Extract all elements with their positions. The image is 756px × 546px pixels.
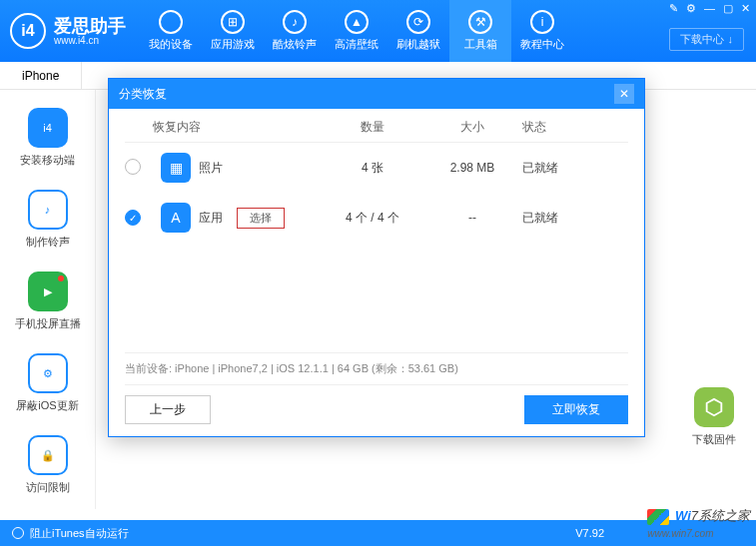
cube-icon — [694, 387, 734, 427]
sidebar-item-download-firmware[interactable]: 下载固件 — [684, 387, 744, 447]
feedback-icon[interactable]: ✎ — [669, 2, 678, 15]
col-status: 状态 — [512, 119, 628, 136]
nav-label: 工具箱 — [464, 37, 497, 52]
nav-icon: ♪ — [283, 10, 307, 34]
nav-item-4[interactable]: ⟳刷机越狱 — [387, 0, 449, 62]
nav-label: 刷机越狱 — [396, 37, 440, 52]
nav-item-0[interactable]: 我的设备 — [140, 0, 202, 62]
sidebar-icon: 🔒 — [28, 435, 68, 475]
nav-icon: ⊞ — [221, 10, 245, 34]
logo-icon: i4 — [10, 13, 46, 49]
close-icon[interactable]: ✕ — [741, 2, 750, 15]
nav-icon: ⟳ — [406, 10, 430, 34]
modal-header: 分类恢复 ✕ — [109, 79, 644, 109]
modal-footer: 当前设备: iPhone | iPhone7,2 | iOS 12.1.1 | … — [109, 352, 644, 424]
nav-item-1[interactable]: ⊞应用游戏 — [202, 0, 264, 62]
col-qty: 数量 — [313, 119, 432, 136]
sidebar-item-3[interactable]: ⚙屏蔽iOS更新 — [16, 353, 78, 413]
tab-iphone[interactable]: iPhone — [0, 62, 82, 89]
sidebar-item-1[interactable]: ♪制作铃声 — [26, 190, 70, 250]
nav-label: 我的设备 — [149, 37, 193, 52]
maximize-icon[interactable]: ▢ — [723, 2, 733, 15]
row-qty: 4 张 — [313, 160, 432, 177]
watermark-b: 7系统之家 — [691, 508, 750, 523]
sidebar-icon: ♪ — [28, 190, 68, 230]
sidebar-item-2[interactable]: ▶手机投屏直播 — [15, 272, 81, 331]
window-controls: ✎ ⚙ — ▢ ✕ — [669, 2, 750, 15]
table-row: ✓A应用选择4 个 / 4 个--已就绪 — [125, 193, 628, 243]
download-center-button[interactable]: 下载中心 ↓ — [669, 28, 744, 51]
nav-label: 酷炫铃声 — [273, 37, 317, 52]
modal-body: 恢复内容 数量 大小 状态 ▦照片4 张2.98 MB已就绪✓A应用选择4 个 … — [109, 109, 644, 243]
label: 下载固件 — [684, 432, 744, 447]
settings-icon[interactable]: ⚙ — [686, 2, 696, 15]
nav-label: 应用游戏 — [211, 37, 255, 52]
col-content: 恢复内容 — [153, 119, 313, 136]
row-icon: ▦ — [161, 153, 191, 183]
restore-button[interactable]: 立即恢复 — [524, 395, 628, 424]
nav-item-5[interactable]: ⚒工具箱 — [449, 0, 511, 62]
watermark-a: Wi — [675, 508, 691, 523]
nav-item-6[interactable]: i教程中心 — [511, 0, 573, 62]
watermark-sub: www.win7.com — [647, 528, 713, 539]
device-info: 当前设备: iPhone | iPhone7,2 | iOS 12.1.1 | … — [125, 352, 628, 385]
sidebar-label: 安装移动端 — [20, 153, 75, 168]
row-size: -- — [432, 211, 512, 225]
nav-label: 高清壁纸 — [335, 37, 378, 52]
logo-subtitle: www.i4.cn — [54, 35, 126, 46]
version-label: V7.92 — [575, 527, 604, 539]
row-name: 照片 — [199, 160, 223, 177]
sidebar-label: 屏蔽iOS更新 — [16, 398, 78, 413]
sidebar-label: 访问限制 — [26, 480, 70, 495]
sidebar-icon: i4 — [28, 108, 68, 148]
status-text: 阻止iTunes自动运行 — [30, 526, 129, 541]
table-row: ▦照片4 张2.98 MB已就绪 — [125, 143, 628, 193]
left-sidebar: i4安装移动端♪制作铃声▶手机投屏直播⚙屏蔽iOS更新🔒访问限制 — [0, 90, 96, 509]
select-button[interactable]: 选择 — [237, 208, 285, 229]
nav-icon: i — [530, 10, 554, 34]
block-itunes-radio[interactable] — [12, 527, 24, 539]
row-icon: A — [161, 203, 191, 233]
col-size: 大小 — [432, 119, 512, 136]
sidebar-item-0[interactable]: i4安装移动端 — [20, 108, 75, 168]
modal-title: 分类恢复 — [119, 86, 167, 103]
row-name: 应用 — [199, 210, 223, 227]
title-bar: i4 爱思助手 www.i4.cn 我的设备⊞应用游戏♪酷炫铃声▲高清壁纸⟳刷机… — [0, 0, 756, 62]
row-status: 已就绪 — [512, 210, 628, 227]
nav-item-3[interactable]: ▲高清壁纸 — [326, 0, 387, 62]
row-size: 2.98 MB — [432, 161, 512, 175]
row-checkbox[interactable]: ✓ — [125, 210, 141, 226]
watermark: Wi7系统之家 www.win7.com — [647, 507, 750, 540]
sidebar-item-4[interactable]: 🔒访问限制 — [26, 435, 70, 495]
nav-item-2[interactable]: ♪酷炫铃声 — [264, 0, 326, 62]
nav-label: 教程中心 — [520, 37, 564, 52]
row-status: 已就绪 — [512, 160, 628, 177]
restore-modal: 分类恢复 ✕ 恢复内容 数量 大小 状态 ▦照片4 张2.98 MB已就绪✓A应… — [108, 78, 645, 437]
nav-icon: ⚒ — [468, 10, 492, 34]
sidebar-label: 手机投屏直播 — [15, 316, 81, 331]
table-header: 恢复内容 数量 大小 状态 — [125, 109, 628, 143]
minimize-icon[interactable]: — — [704, 2, 715, 15]
sidebar-label: 制作铃声 — [26, 235, 70, 250]
nav-icon — [159, 10, 183, 34]
logo-title: 爱思助手 — [54, 17, 126, 35]
app-logo: i4 爱思助手 www.i4.cn — [10, 13, 140, 49]
sidebar-icon: ▶ — [28, 272, 68, 311]
watermark-flag-icon — [647, 509, 669, 525]
modal-close-button[interactable]: ✕ — [614, 84, 634, 104]
row-checkbox[interactable] — [125, 159, 141, 175]
sidebar-icon: ⚙ — [28, 353, 68, 393]
top-nav: 我的设备⊞应用游戏♪酷炫铃声▲高清壁纸⟳刷机越狱⚒工具箱i教程中心 — [140, 0, 746, 62]
status-bar: 阻止iTunes自动运行 V7.92 — [0, 520, 756, 546]
nav-icon: ▲ — [345, 10, 369, 34]
prev-button[interactable]: 上一步 — [125, 395, 211, 424]
row-qty: 4 个 / 4 个 — [313, 210, 432, 227]
